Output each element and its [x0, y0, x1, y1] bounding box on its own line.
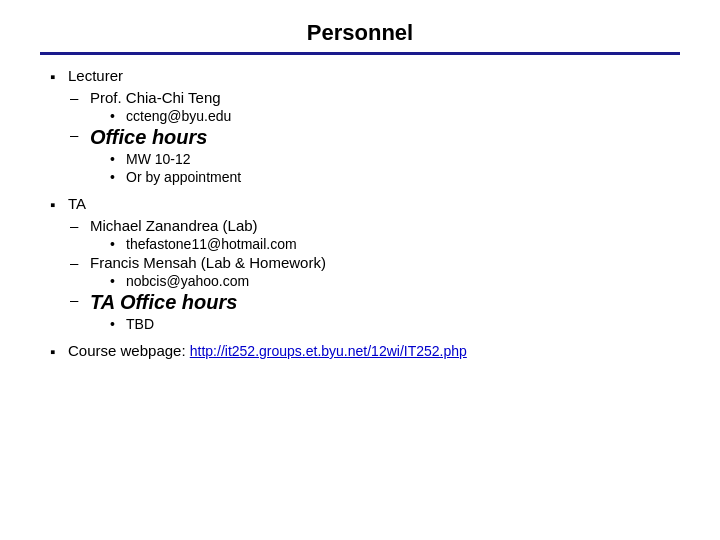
dash-symbol-toh: –: [70, 291, 90, 308]
webpage-bullet: ▪ Course webpage: http://it252.groups.et…: [50, 342, 680, 360]
dash-symbol-f: –: [70, 254, 90, 271]
michael-name: Michael Zanandrea (Lab): [90, 217, 258, 234]
bullet-symbol-ta: ▪: [50, 195, 68, 213]
ta-office-hours-dash: – TA Office hours: [70, 291, 680, 314]
tbd-dot: • TBD: [110, 316, 680, 332]
title-divider: [40, 52, 680, 55]
mw-dot: • MW 10-12: [110, 151, 680, 167]
michael-email-dot: • thefastone11@hotmail.com: [110, 236, 680, 252]
francis-dash: – Francis Mensah (Lab & Homework): [70, 254, 680, 271]
title-area: Personnel: [40, 20, 680, 46]
dash-symbol-oh: –: [70, 126, 90, 143]
lecturer-label: Lecturer: [68, 67, 123, 84]
michael-email: thefastone11@hotmail.com: [126, 236, 297, 252]
lecturer-sub: – Prof. Chia-Chi Teng • ccteng@byu.edu –…: [50, 89, 680, 185]
content: ▪ Lecturer – Prof. Chia-Chi Teng • ccten…: [40, 67, 680, 360]
francis-email: nobcis@yahoo.com: [126, 273, 249, 289]
dot-symbol-appt: •: [110, 169, 126, 185]
dash-symbol-m: –: [70, 217, 90, 234]
email-dot: • ccteng@byu.edu: [110, 108, 680, 124]
dot-symbol-tbd: •: [110, 316, 126, 332]
prof-name: Prof. Chia-Chi Teng: [90, 89, 221, 106]
email-value: ccteng@byu.edu: [126, 108, 231, 124]
prof-dash-item: – Prof. Chia-Chi Teng: [70, 89, 680, 106]
dot-symbol-me: •: [110, 236, 126, 252]
lecturer-bullet: ▪ Lecturer: [50, 67, 680, 85]
ta-sub: – Michael Zanandrea (Lab) • thefastone11…: [50, 217, 680, 332]
slide: Personnel ▪ Lecturer – Prof. Chia-Chi Te…: [0, 0, 720, 540]
bullet-symbol: ▪: [50, 67, 68, 85]
ta-label: TA: [68, 195, 86, 212]
slide-title: Personnel: [40, 20, 680, 46]
office-hours-dash: – Office hours: [70, 126, 680, 149]
course-link[interactable]: http://it252.groups.et.byu.net/12wi/IT25…: [190, 343, 467, 359]
dash-symbol: –: [70, 89, 90, 106]
bullet-symbol-web: ▪: [50, 342, 68, 360]
michael-dots: • thefastone11@hotmail.com: [70, 236, 680, 252]
dot-symbol-mw: •: [110, 151, 126, 167]
tbd-value: TBD: [126, 316, 154, 332]
ta-section: ▪ TA – Michael Zanandrea (Lab) • thefast…: [50, 195, 680, 332]
office-hours-heading: Office hours: [90, 126, 207, 149]
lecturer-section: ▪ Lecturer – Prof. Chia-Chi Teng • ccten…: [50, 67, 680, 185]
appt-value: Or by appointment: [126, 169, 241, 185]
mw-value: MW 10-12: [126, 151, 191, 167]
ta-bullet: ▪ TA: [50, 195, 680, 213]
francis-name: Francis Mensah (Lab & Homework): [90, 254, 326, 271]
ta-office-hours-dots: • TBD: [70, 316, 680, 332]
dot-symbol-fe: •: [110, 273, 126, 289]
francis-email-dot: • nobcis@yahoo.com: [110, 273, 680, 289]
ta-office-hours-heading: TA Office hours: [90, 291, 237, 314]
prof-dots: • ccteng@byu.edu: [70, 108, 680, 124]
webpage-label: Course webpage: http://it252.groups.et.b…: [68, 342, 467, 359]
dot-symbol: •: [110, 108, 126, 124]
michael-dash: – Michael Zanandrea (Lab): [70, 217, 680, 234]
appt-dot: • Or by appointment: [110, 169, 680, 185]
webpage-section: ▪ Course webpage: http://it252.groups.et…: [50, 342, 680, 360]
francis-dots: • nobcis@yahoo.com: [70, 273, 680, 289]
office-hours-dots: • MW 10-12 • Or by appointment: [70, 151, 680, 185]
